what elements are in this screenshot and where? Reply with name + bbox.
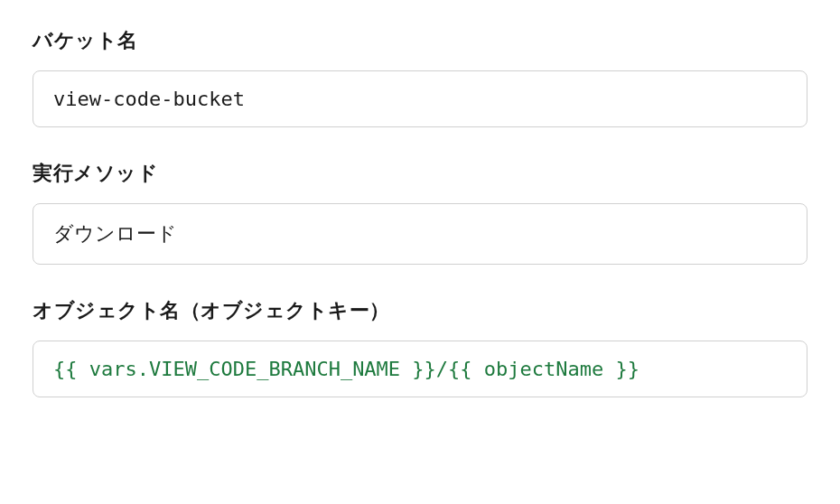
object-key-label: オブジェクト名（オブジェクトキー） bbox=[33, 297, 807, 324]
bucket-name-group: バケット名 bbox=[33, 27, 807, 127]
execution-method-select[interactable]: ダウンロード bbox=[33, 203, 807, 265]
object-key-input[interactable] bbox=[33, 341, 807, 397]
bucket-name-label: バケット名 bbox=[33, 27, 807, 54]
object-key-group: オブジェクト名（オブジェクトキー） bbox=[33, 297, 807, 397]
execution-method-label: 実行メソッド bbox=[33, 160, 807, 187]
execution-method-group: 実行メソッド ダウンロード bbox=[33, 160, 807, 265]
bucket-name-input[interactable] bbox=[33, 70, 807, 127]
